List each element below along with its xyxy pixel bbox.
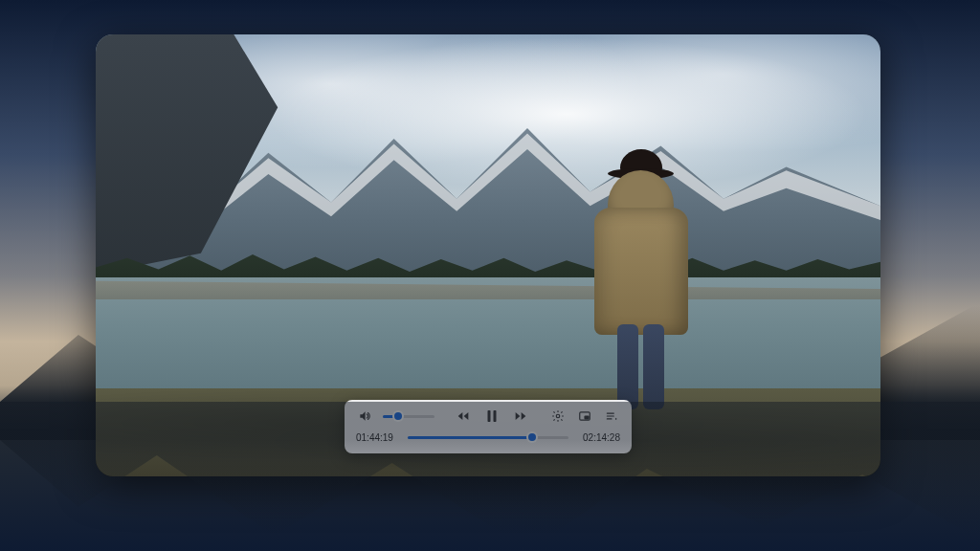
progress-thumb[interactable] <box>528 433 536 441</box>
video-player-window: 01:44:19 02:14:28 <box>96 34 880 476</box>
rewind-icon[interactable] <box>455 408 472 425</box>
svg-rect-4 <box>585 416 589 419</box>
volume-slider[interactable] <box>383 415 434 418</box>
transport-cluster <box>455 406 529 427</box>
video-scene-person <box>582 149 700 414</box>
elapsed-time: 01:44:19 <box>356 432 400 443</box>
total-time: 02:14:28 <box>576 432 620 443</box>
volume-icon[interactable] <box>356 408 373 425</box>
svg-rect-0 <box>488 410 491 422</box>
settings-icon[interactable] <box>549 408 567 425</box>
desktop-wallpaper: 01:44:19 02:14:28 <box>0 0 980 551</box>
volume-fill <box>383 415 398 418</box>
pause-icon[interactable] <box>481 406 502 427</box>
forward-icon[interactable] <box>512 408 529 425</box>
video-frame[interactable] <box>96 34 880 476</box>
volume-cluster <box>356 408 434 425</box>
svg-rect-3 <box>580 412 590 420</box>
pip-icon[interactable] <box>576 408 593 425</box>
options-cluster <box>549 408 620 425</box>
svg-rect-1 <box>494 410 497 422</box>
progress-slider[interactable] <box>408 436 568 439</box>
volume-thumb[interactable] <box>394 412 402 420</box>
playlist-icon[interactable] <box>603 408 620 425</box>
playback-controls: 01:44:19 02:14:28 <box>345 400 632 453</box>
progress-fill <box>408 436 532 439</box>
svg-point-2 <box>556 414 560 418</box>
